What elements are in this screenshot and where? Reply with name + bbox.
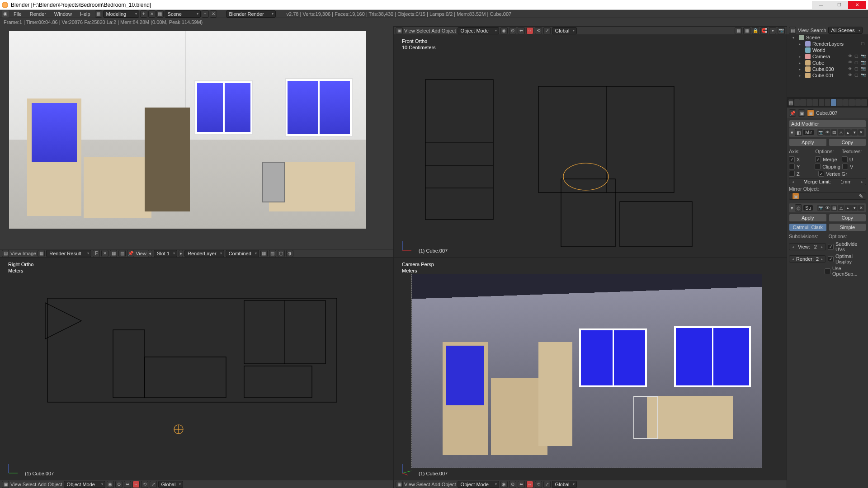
axis-z-checkbox[interactable] <box>789 171 795 177</box>
mode-dropdown[interactable]: Object Mode <box>458 27 499 34</box>
layout-dropdown[interactable]: Modeling <box>103 10 139 18</box>
datapath-mesh-icon[interactable]: ▣ <box>807 109 814 117</box>
tex-v-checkbox[interactable] <box>842 164 848 169</box>
mode-dropdown[interactable]: Object Mode <box>64 481 105 488</box>
rotate-manipulator-icon[interactable]: ⟲ <box>141 481 148 488</box>
pin-icon[interactable]: 📌 <box>789 109 796 117</box>
merge-checkbox[interactable]: ✓ <box>815 156 821 162</box>
rotate-manipulator-icon[interactable]: ⟲ <box>535 481 542 488</box>
merge-limit-field[interactable]: ◂Merge Limit: 1mm▸ <box>789 178 866 185</box>
tab-object[interactable] <box>819 99 825 106</box>
mirror-apply-button[interactable]: Apply <box>789 138 827 146</box>
viewport-visibility-icon[interactable]: 👁 <box>824 129 830 136</box>
shading-icon[interactable]: ◉ <box>107 481 114 488</box>
pivot-icon[interactable]: ⊙ <box>115 481 123 488</box>
channel-alpha-button[interactable]: ▢ <box>278 250 285 257</box>
scene-remove-button[interactable]: ✕ <box>210 10 217 18</box>
outliner-item-world[interactable]: World <box>787 47 868 53</box>
viewport-front[interactable]: ▣ View Select Add Object Object Mode ◉ ⊙… <box>393 26 787 257</box>
cage-icon[interactable]: △ <box>838 129 844 136</box>
v3d-menu-add[interactable]: Add <box>38 482 47 487</box>
layer-button[interactable]: ▦ <box>743 27 750 34</box>
scene-add-button[interactable]: + <box>202 10 209 18</box>
pin-icon[interactable]: 📌 <box>127 250 134 257</box>
cage-icon[interactable]: △ <box>838 205 844 211</box>
move-up-icon[interactable]: ▴ <box>844 205 851 211</box>
image-pin-button[interactable]: F <box>93 250 100 257</box>
menu-file[interactable]: File <box>10 10 25 18</box>
channel-z-button[interactable]: ◑ <box>286 250 293 257</box>
mirror-name[interactable]: Mir <box>803 130 814 135</box>
simple-button[interactable]: Simple <box>829 223 867 231</box>
image-name-dropdown[interactable]: Render Result <box>46 250 91 257</box>
subsurf-apply-button[interactable]: Apply <box>789 214 827 222</box>
shading-icon[interactable]: ◉ <box>500 481 508 488</box>
tab-particles[interactable] <box>855 99 861 106</box>
render-subdiv-field[interactable]: ◂Render:2▸ <box>789 255 826 263</box>
scene-dropdown[interactable]: Scene <box>165 10 201 18</box>
outliner[interactable]: ▾Scene ▸RenderLayers▢ World ▸Camera👁▢📷 ▸… <box>787 34 868 98</box>
minimize-button[interactable]: — <box>812 1 830 9</box>
delete-modifier-icon[interactable]: ✕ <box>858 205 864 211</box>
manipulator-toggle[interactable]: ⬌ <box>124 481 131 488</box>
scene-browse-icon[interactable]: ▦ <box>156 10 164 18</box>
translate-manipulator-icon[interactable]: ↔ <box>526 27 533 34</box>
outliner-item-renderlayers[interactable]: ▸RenderLayers▢ <box>787 41 868 47</box>
manipulator-toggle[interactable]: ⬌ <box>518 27 525 34</box>
axis-x-checkbox[interactable]: ✓ <box>789 156 795 162</box>
tab-renderlayers[interactable] <box>800 99 806 106</box>
outliner-filter[interactable]: All Scenes <box>828 27 863 34</box>
move-down-icon[interactable]: ▾ <box>851 205 858 211</box>
v3d-menu-add[interactable]: Add <box>431 28 440 33</box>
catmull-clark-button[interactable]: Catmull-Clark <box>789 223 827 231</box>
v3d-menu-view[interactable]: View <box>404 482 415 487</box>
v3d-menu-object[interactable]: Object <box>442 482 456 487</box>
channel-rgba-button[interactable]: ▦ <box>260 250 268 257</box>
slot-prev-button[interactable]: ◂ <box>148 250 152 257</box>
prop-editor-type-icon[interactable]: ▤ <box>788 99 794 106</box>
render-visibility-icon[interactable]: 📷 <box>817 205 824 211</box>
outliner-item-cube[interactable]: ▸Cube👁▢📷 <box>787 60 868 66</box>
viewport-camera-canvas[interactable]: Camera PerspMeters (1) Cube.007 <box>394 258 787 480</box>
move-up-icon[interactable]: ▴ <box>844 129 851 136</box>
outliner-type-icon[interactable]: ▤ <box>789 27 796 34</box>
close-button[interactable]: ✕ <box>848 1 866 9</box>
clipping-checkbox[interactable] <box>815 164 821 169</box>
image-menu-view[interactable]: View <box>10 251 21 256</box>
manipulator-toggle[interactable]: ⬌ <box>518 481 525 488</box>
snap-type-icon[interactable]: ▾ <box>769 27 776 34</box>
pivot-icon[interactable]: ⊙ <box>509 27 516 34</box>
translate-manipulator-icon[interactable]: ↔ <box>132 481 140 488</box>
view-subdiv-field[interactable]: ◂View:2▸ <box>789 243 826 250</box>
editor-type-icon[interactable]: ▤ <box>2 250 9 257</box>
slot-dropdown[interactable]: Slot 1 <box>154 250 177 257</box>
scale-manipulator-icon[interactable]: ⤢ <box>543 481 551 488</box>
v3d-menu-object[interactable]: Object <box>442 28 456 33</box>
v3d-menu-object[interactable]: Object <box>48 482 62 487</box>
tab-physics[interactable] <box>861 99 867 106</box>
maximize-button[interactable]: ☐ <box>830 1 848 9</box>
layout-remove-button[interactable]: ✕ <box>148 10 156 18</box>
layout-add-button[interactable]: + <box>140 10 147 18</box>
pivot-icon[interactable]: ⊙ <box>509 481 516 488</box>
editor-type-icon[interactable]: ▣ <box>396 27 403 34</box>
channel-rgb-button[interactable]: ▨ <box>269 250 276 257</box>
scale-manipulator-icon[interactable]: ⤢ <box>150 481 157 488</box>
mirror-object-field[interactable]: ▣✎ <box>789 192 866 200</box>
outliner-item-scene[interactable]: ▾Scene <box>787 34 868 41</box>
mode-dropdown[interactable]: Object Mode <box>458 481 499 488</box>
outliner-item-cube000[interactable]: ▸Cube.000👁▢📷 <box>787 66 868 72</box>
outliner-menu-view[interactable]: View <box>798 28 809 33</box>
outliner-item-camera[interactable]: ▸Camera👁▢📷 <box>787 53 868 60</box>
v3d-menu-select[interactable]: Select <box>416 28 430 33</box>
orientation-dropdown[interactable]: Global <box>158 481 184 488</box>
tab-modifiers[interactable] <box>831 99 837 106</box>
editmode-icon[interactable]: ▤ <box>831 205 837 211</box>
menu-render[interactable]: Render <box>26 10 50 18</box>
v3d-menu-view[interactable]: View <box>404 28 415 33</box>
tab-data[interactable] <box>837 99 843 106</box>
v3d-menu-add[interactable]: Add <box>431 482 440 487</box>
outliner-menu-search[interactable]: Search <box>811 28 826 33</box>
snap-icon[interactable]: 🧲 <box>760 27 768 34</box>
tex-u-checkbox[interactable] <box>842 156 848 162</box>
